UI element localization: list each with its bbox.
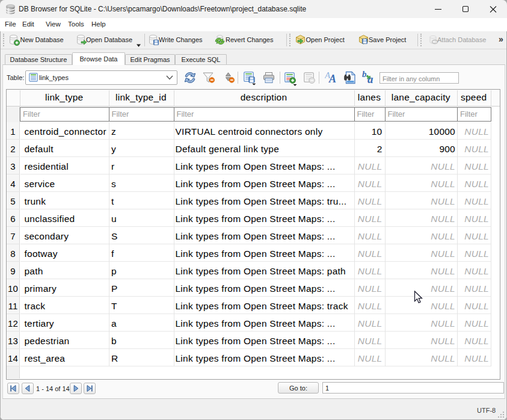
svg-text:A: A: [328, 73, 336, 84]
svg-text:a: a: [367, 73, 373, 84]
svg-text:b: b: [362, 70, 367, 79]
